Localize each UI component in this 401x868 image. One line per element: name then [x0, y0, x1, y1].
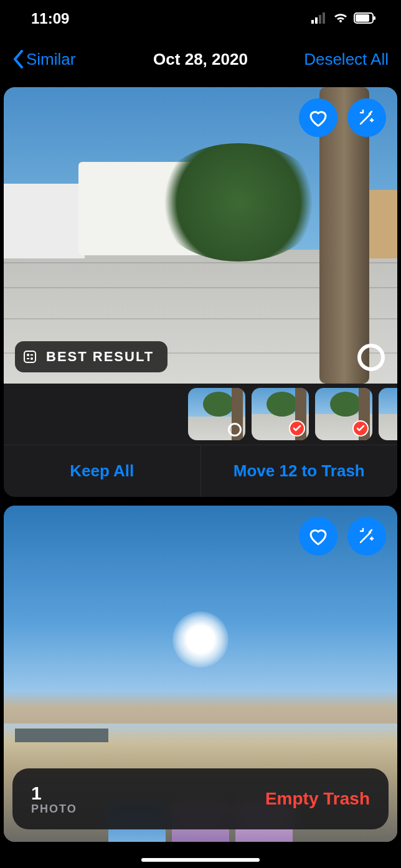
status-indicators: [311, 10, 376, 27]
selected-check-icon[interactable]: [352, 420, 369, 436]
selected-check-icon[interactable]: [289, 420, 305, 436]
heart-icon: [308, 527, 328, 545]
enhance-button[interactable]: [347, 517, 386, 555]
select-toggle[interactable]: [228, 423, 242, 436]
thumbnail[interactable]: [315, 388, 372, 440]
thumbnail-strip[interactable]: [4, 384, 397, 445]
wifi-icon: [333, 10, 349, 27]
home-indicator[interactable]: [141, 858, 260, 862]
back-label: Similar: [26, 50, 75, 69]
thumbnail[interactable]: [379, 388, 397, 440]
svg-point-8: [27, 354, 29, 356]
trash-bar[interactable]: 1 PHOTO Empty Trash: [12, 768, 389, 829]
cellular-icon: [311, 10, 328, 27]
action-row: Keep All Move 12 to Trash: [4, 445, 397, 497]
trash-unit-label: PHOTO: [31, 803, 77, 816]
status-bar: 11:09: [0, 0, 401, 37]
page-title: Oct 28, 2020: [153, 50, 248, 69]
svg-rect-0: [311, 20, 314, 24]
magic-wand-icon: [357, 108, 377, 128]
best-result-badge[interactable]: BEST RESULT: [15, 341, 167, 372]
chevron-left-icon: [12, 50, 24, 68]
trash-count: 1: [31, 783, 77, 803]
enhance-button[interactable]: [347, 98, 386, 137]
best-result-label: BEST RESULT: [46, 349, 154, 365]
sliders-icon: [24, 351, 36, 363]
thumbnail[interactable]: [188, 388, 245, 440]
similar-group-card: BEST RESULT Keep All Move 12 to Trash: [4, 87, 397, 497]
keep-all-button[interactable]: Keep All: [4, 445, 200, 497]
favorite-button[interactable]: [299, 98, 337, 137]
deselect-all-button[interactable]: Deselect All: [304, 50, 389, 69]
magic-wand-icon: [357, 526, 377, 546]
status-time: 11:09: [31, 10, 69, 27]
svg-point-10: [31, 357, 33, 360]
battery-icon: [354, 10, 376, 27]
svg-rect-6: [374, 16, 375, 20]
favorite-button[interactable]: [299, 517, 337, 555]
svg-rect-2: [319, 15, 321, 24]
nav-bar: Similar Oct 28, 2020 Deselect All: [0, 37, 401, 81]
select-toggle[interactable]: [357, 344, 385, 371]
svg-rect-5: [356, 14, 369, 22]
move-to-trash-button[interactable]: Move 12 to Trash: [200, 445, 398, 497]
back-button[interactable]: Similar: [12, 50, 75, 69]
heart-icon: [308, 108, 328, 127]
main-photo[interactable]: BEST RESULT: [4, 87, 397, 384]
svg-rect-7: [24, 351, 35, 362]
svg-rect-1: [315, 17, 318, 24]
svg-rect-3: [323, 12, 325, 24]
thumbnail[interactable]: [252, 388, 309, 440]
empty-trash-button[interactable]: Empty Trash: [265, 789, 370, 809]
